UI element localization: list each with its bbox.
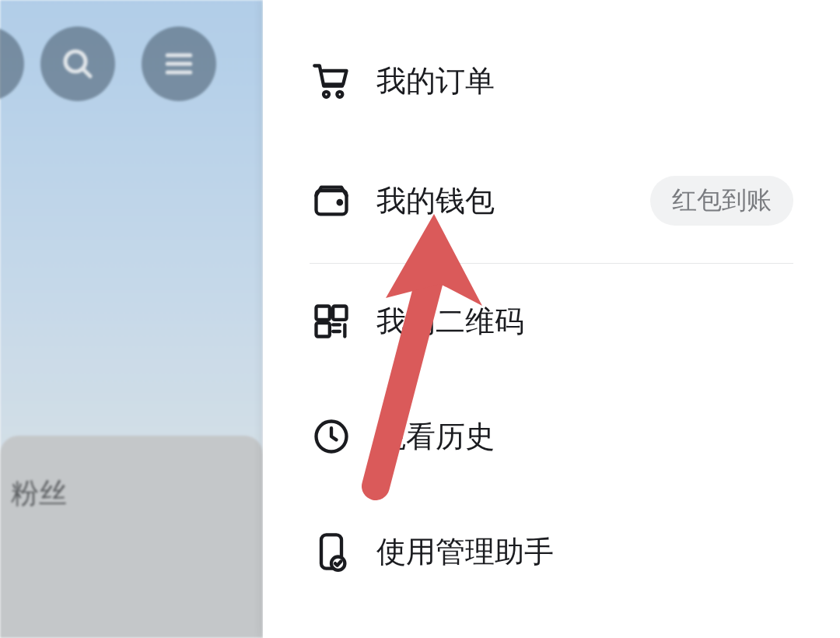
hamburger-icon [162, 47, 196, 81]
menu-label-qrcode: 我的二维码 [376, 302, 793, 342]
menu-item-orders[interactable]: 我的订单 [263, 23, 840, 138]
side-drawer: 我的订单 我的钱包 红包到账 我的二维码 [263, 0, 840, 638]
svg-point-5 [324, 92, 329, 97]
cart-icon [311, 61, 352, 101]
menu-button[interactable] [142, 26, 216, 101]
profile-card [0, 436, 263, 638]
svg-point-6 [337, 92, 342, 97]
clock-icon [311, 416, 352, 457]
svg-rect-10 [333, 307, 346, 320]
menu-item-wallet[interactable]: 我的钱包 红包到账 [263, 138, 840, 263]
menu-item-assistant[interactable]: 使用管理助手 [263, 494, 840, 609]
header-circle-button-1[interactable] [0, 26, 24, 101]
menu-item-qrcode[interactable]: 我的二维码 [263, 264, 840, 379]
svg-rect-11 [317, 323, 330, 336]
svg-rect-9 [317, 307, 330, 320]
menu-label-history: 观看历史 [376, 417, 793, 457]
phone-check-icon [311, 531, 352, 572]
menu-label-assistant: 使用管理助手 [376, 532, 793, 572]
followers-label: 粉丝 [11, 475, 67, 513]
wallet-icon [311, 181, 352, 221]
background-profile-area: 粉丝 [0, 0, 263, 638]
wallet-badge: 红包到账 [650, 176, 793, 226]
search-button[interactable] [40, 26, 115, 101]
svg-point-8 [338, 201, 341, 204]
menu-label-orders: 我的订单 [376, 61, 793, 101]
menu-item-history[interactable]: 观看历史 [263, 379, 840, 494]
search-icon [59, 45, 96, 82]
menu-label-wallet: 我的钱包 [376, 181, 650, 221]
svg-line-1 [83, 69, 90, 76]
qrcode-icon [311, 301, 352, 342]
